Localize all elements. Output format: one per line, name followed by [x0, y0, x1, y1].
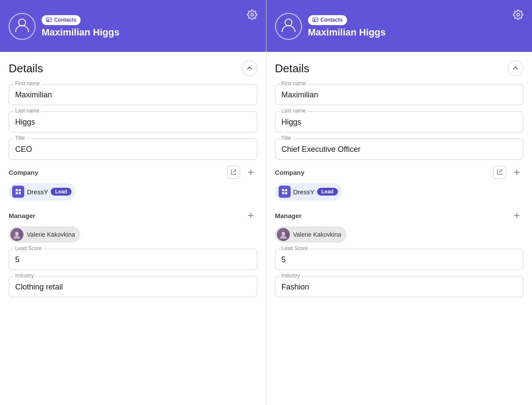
- svg-line-6: [233, 170, 236, 173]
- svg-point-16: [285, 19, 292, 26]
- left-first-name-field[interactable]: First name Maximilian: [9, 84, 257, 105]
- left-last-name-label: Last name: [13, 108, 41, 114]
- svg-point-15: [15, 232, 19, 235]
- right-lead-score-label: Lead Score: [280, 245, 310, 251]
- left-industry-field[interactable]: Industry Clothing retail: [9, 276, 257, 297]
- left-first-name-label: First name: [13, 80, 42, 87]
- left-company-tag[interactable]: DressY Lead: [9, 183, 76, 200]
- left-contacts-badge-icon: [46, 16, 52, 24]
- svg-rect-19: [316, 19, 318, 19]
- left-avatar: [9, 13, 36, 40]
- left-avatar-icon: [14, 16, 30, 36]
- right-header-left: Contacts Maximilian Higgs: [275, 13, 386, 40]
- right-manager-add-button[interactable]: [510, 209, 523, 222]
- svg-rect-27: [282, 192, 284, 194]
- right-section-header: Details: [275, 61, 524, 76]
- svg-point-5: [251, 13, 253, 16]
- svg-rect-10: [19, 189, 21, 191]
- svg-line-22: [499, 170, 502, 173]
- left-lead-score-field[interactable]: Lead Score 5: [9, 249, 257, 270]
- right-first-name-label: First name: [280, 80, 308, 87]
- right-lead-score-field[interactable]: Lead Score 5: [275, 249, 524, 270]
- left-last-name-field[interactable]: Last name Higgs: [9, 111, 257, 132]
- left-industry-value: Clothing retail: [15, 281, 251, 292]
- left-gear-button[interactable]: [247, 10, 257, 22]
- left-contacts-badge[interactable]: Contacts: [42, 15, 81, 25]
- left-manager-avatar-img: [10, 228, 23, 241]
- right-details-title: Details: [275, 62, 309, 75]
- right-avatar: [275, 13, 302, 40]
- right-avatar-icon: [280, 16, 297, 36]
- right-company-row: Company: [275, 166, 524, 179]
- right-contacts-label: Contacts: [321, 17, 343, 23]
- svg-rect-28: [285, 192, 287, 194]
- svg-rect-25: [282, 189, 284, 191]
- left-manager-avatar: [10, 228, 23, 241]
- svg-point-31: [282, 232, 285, 235]
- left-manager-label: Manager: [9, 212, 36, 219]
- left-details-title: Details: [9, 62, 43, 75]
- right-manager-row: Manager: [275, 209, 524, 222]
- svg-rect-3: [50, 19, 51, 19]
- left-title-field[interactable]: Title CEO: [9, 138, 257, 160]
- right-industry-field[interactable]: Industry Fashion: [275, 276, 524, 297]
- left-company-actions: [227, 166, 257, 179]
- right-last-name-field[interactable]: Last name Higgs: [275, 111, 524, 132]
- right-header-info: Contacts Maximilian Higgs: [308, 15, 386, 38]
- right-last-name-value: Higgs: [282, 116, 517, 127]
- right-panel-body: Details First name Maximilian Last name …: [266, 52, 532, 312]
- svg-rect-26: [285, 189, 287, 191]
- right-company-add-button[interactable]: [510, 166, 523, 179]
- left-company-external-link-button[interactable]: [227, 166, 240, 179]
- left-first-name-value: Maximilian: [15, 89, 251, 100]
- right-industry-label: Industry: [280, 273, 302, 279]
- left-company-name: DressY: [27, 188, 48, 196]
- svg-rect-20: [316, 20, 317, 20]
- right-industry-value: Fashion: [282, 281, 517, 292]
- left-manager-chip[interactable]: Valerie Kakovkina: [9, 226, 80, 243]
- left-collapse-button[interactable]: [242, 61, 257, 76]
- right-first-name-field[interactable]: First name Maximilian: [275, 84, 524, 105]
- left-industry-label: Industry: [13, 273, 36, 279]
- right-title-value: Chief Executive Officer: [282, 143, 517, 154]
- right-gear-button[interactable]: [513, 10, 523, 22]
- right-contacts-badge[interactable]: Contacts: [308, 15, 347, 25]
- svg-rect-9: [16, 189, 18, 191]
- right-panel: Contacts Maximilian Higgs Details: [266, 0, 532, 405]
- svg-point-0: [19, 19, 26, 26]
- left-manager-add-button[interactable]: [244, 209, 257, 222]
- svg-rect-12: [19, 192, 21, 194]
- right-manager-label: Manager: [275, 212, 302, 219]
- left-title-label: Title: [13, 135, 26, 141]
- left-user-name: Maximilian Higgs: [42, 27, 120, 38]
- right-manager-avatar: [277, 228, 290, 241]
- left-company-add-button[interactable]: [244, 166, 257, 179]
- right-collapse-button[interactable]: [508, 61, 523, 76]
- right-lead-badge: Lead: [317, 188, 338, 196]
- left-panel-body: Details First name Maximilian Last name …: [0, 52, 266, 312]
- svg-rect-4: [50, 20, 51, 20]
- left-header-info: Contacts Maximilian Higgs: [42, 15, 120, 38]
- right-company-external-link-button[interactable]: [493, 166, 506, 179]
- left-panel: Contacts Maximilian Higgs Details: [0, 0, 266, 405]
- right-contacts-badge-icon: [312, 16, 318, 24]
- left-section-header: Details: [9, 61, 257, 76]
- right-title-label: Title: [280, 135, 293, 141]
- left-lead-score-value: 5: [15, 254, 251, 264]
- left-header: Contacts Maximilian Higgs: [0, 0, 266, 52]
- right-manager-chip[interactable]: Valerie Kakovkina: [275, 226, 347, 243]
- right-company-grid-icon: [279, 186, 291, 198]
- svg-point-21: [517, 13, 519, 16]
- right-first-name-value: Maximilian: [282, 89, 517, 100]
- left-manager-row: Manager: [9, 209, 257, 222]
- right-title-field[interactable]: Title Chief Executive Officer: [275, 138, 524, 160]
- left-company-label: Company: [9, 169, 38, 176]
- left-lead-score-label: Lead Score: [13, 245, 43, 251]
- svg-point-18: [314, 19, 315, 20]
- right-company-tag[interactable]: DressY Lead: [275, 183, 342, 200]
- left-company-row: Company: [9, 166, 257, 179]
- left-company-grid-icon: [12, 186, 24, 198]
- svg-point-2: [47, 19, 49, 20]
- right-last-name-label: Last name: [280, 108, 308, 114]
- right-manager-avatar-img: [277, 228, 290, 241]
